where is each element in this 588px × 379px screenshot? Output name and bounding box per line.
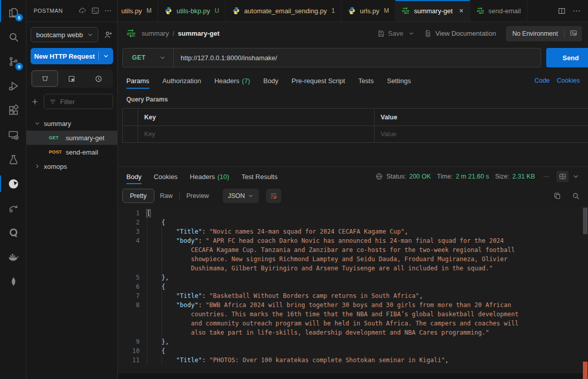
sidebar-request-send-email[interactable]: POSTsend-email: [26, 145, 117, 159]
editor-tab-send-email[interactable]: HTTPsend-email: [470, 0, 528, 21]
environments-tab-icon[interactable]: [59, 70, 85, 87]
editor-tab-summary-get[interactable]: HTTPsummary-get×: [395, 0, 470, 21]
close-tab-icon[interactable]: ×: [459, 7, 463, 14]
tab-count: (10): [218, 173, 229, 181]
save-options-chevron-icon[interactable]: [408, 30, 415, 37]
time-label: Time:: [437, 173, 453, 180]
run-debug-icon[interactable]: [0, 73, 26, 98]
request-tab-Params[interactable]: Params: [126, 70, 149, 91]
wrap-lines-button[interactable]: [266, 189, 281, 203]
folder-label: xomops: [44, 163, 67, 170]
editor-tab-urls.py[interactable]: urls.pyM: [341, 0, 395, 21]
request-tab-Body[interactable]: Body: [263, 70, 279, 91]
workspace-select[interactable]: bootcamp webb: [31, 27, 98, 42]
response-panel-layout-icon[interactable]: [556, 171, 569, 182]
q-extension-icon[interactable]: [0, 220, 26, 245]
filter-input[interactable]: [60, 98, 101, 106]
response-tab-Body[interactable]: Body: [126, 167, 142, 186]
view-mode-preview[interactable]: Preview: [181, 189, 215, 203]
save-button[interactable]: Save: [377, 30, 404, 38]
size-label: Size:: [495, 173, 510, 180]
search-icon[interactable]: [0, 24, 26, 49]
line-content: "body": " APR FC head coach Darko Novic …: [147, 236, 527, 273]
request-tab-Pre-request Script[interactable]: Pre-request Script: [291, 70, 345, 91]
remote-explorer-icon[interactable]: [0, 122, 26, 147]
search-response-icon[interactable]: [572, 192, 580, 200]
document-icon: [424, 30, 432, 37]
environment-label: No Environment: [506, 30, 564, 37]
request-tab-Headers[interactable]: Headers(7): [215, 70, 250, 91]
editor-tab-automate_email_sending.py[interactable]: automate_email_sending.py1: [226, 0, 341, 21]
query-params-empty-row: Key Value: [123, 125, 588, 142]
code-line-8: 8 "body": "BWB Africa 2024 will bring to…: [122, 300, 588, 337]
tab-label: Test Results: [242, 173, 278, 181]
breadcrumb-request-name[interactable]: summary-get: [178, 30, 220, 37]
copy-response-icon[interactable]: [553, 192, 562, 200]
url-input[interactable]: http://127.0.0.1:8000/inshamake/: [174, 54, 541, 62]
line-number: 6: [122, 282, 140, 291]
send-button[interactable]: Send: [546, 48, 588, 67]
docker-icon[interactable]: [0, 245, 26, 269]
code-line-7: 7 "Title": "Basketball Without Borders c…: [122, 291, 588, 300]
more-options-icon[interactable]: [104, 7, 112, 15]
tab-label: Body: [263, 77, 279, 85]
response-actions-icon[interactable]: [542, 172, 550, 181]
new-http-request-button[interactable]: New HTTP Request: [31, 48, 113, 64]
line-content: {: [147, 282, 527, 291]
add-collection-icon[interactable]: [31, 97, 41, 106]
python-icon: [348, 7, 356, 15]
key-input[interactable]: Key: [138, 126, 375, 142]
request-tab-Authorization[interactable]: Authorization: [163, 70, 201, 91]
breadcrumb-folder[interactable]: summary: [142, 30, 169, 37]
sidebar-request-summary-get[interactable]: GETsummary-get: [26, 131, 117, 145]
response-body-editor[interactable]: 1[2 {3 "Title": "Novic names 24-man squa…: [118, 206, 588, 379]
mongodb-icon[interactable]: [0, 269, 26, 294]
code-link[interactable]: Code: [534, 77, 550, 84]
query-params-title: Query Params: [118, 91, 588, 107]
environment-selector[interactable]: No Environment: [506, 26, 582, 41]
view-documentation-button[interactable]: View Documentation: [424, 30, 496, 37]
request-tab-Settings[interactable]: Settings: [387, 70, 411, 91]
editor-tab-utils-bkp.py[interactable]: utils-bkp.pyU: [158, 0, 225, 21]
history-tab-icon[interactable]: [86, 70, 112, 87]
new-request-chevron-icon[interactable]: [99, 53, 113, 60]
globe-icon: [375, 172, 383, 181]
cloud-sync-icon[interactable]: [78, 7, 87, 15]
view-mode-switch: Pretty Raw Preview: [122, 189, 215, 203]
sidebar-folder-summary[interactable]: summary: [26, 116, 117, 131]
editor-more-actions-icon[interactable]: [572, 7, 581, 15]
response-scrollbar[interactable]: [583, 207, 587, 379]
collections-tab-icon[interactable]: [32, 70, 58, 87]
extensions-icon[interactable]: [0, 98, 26, 122]
sidebar-folder-xomops[interactable]: xomops: [26, 159, 117, 173]
view-mode-pretty[interactable]: Pretty: [122, 189, 154, 203]
curved-arrow-extension-icon[interactable]: [0, 196, 26, 220]
environment-quick-look-icon[interactable]: [565, 29, 582, 38]
filter-input-box[interactable]: [44, 94, 113, 109]
request-tab-Tests[interactable]: Tests: [358, 70, 373, 91]
response-tab-Test Results[interactable]: Test Results: [242, 167, 278, 186]
format-select[interactable]: JSON: [223, 189, 259, 203]
console-icon[interactable]: [91, 7, 99, 15]
response-tab-Cookies[interactable]: Cookies: [154, 167, 178, 186]
method-select[interactable]: GET: [123, 54, 173, 61]
invite-user-icon[interactable]: [103, 30, 113, 40]
activity-bar: 5 9: [0, 0, 26, 379]
editor-tab-utils.py[interactable]: utils.pyM: [118, 0, 158, 21]
value-input[interactable]: Value: [375, 126, 588, 142]
explorer-icon[interactable]: 5: [0, 0, 26, 24]
collapse-response-chevron-icon[interactable]: [572, 172, 580, 181]
tab-count: (7): [242, 77, 250, 85]
source-control-icon[interactable]: 9: [0, 49, 26, 73]
view-mode-raw[interactable]: Raw: [154, 189, 178, 203]
testing-beaker-icon[interactable]: [0, 147, 26, 171]
tab-label: Headers: [190, 173, 215, 181]
cookies-link[interactable]: Cookies: [557, 77, 580, 84]
response-tab-Headers[interactable]: Headers(10): [190, 167, 229, 186]
postman-icon[interactable]: [0, 171, 26, 196]
chevron-down-icon: [34, 120, 41, 127]
scrollbar-thumb[interactable]: [583, 208, 587, 234]
split-editor-icon[interactable]: [557, 7, 566, 15]
sidebar-view-switch: [31, 69, 113, 88]
horizontal-scrollbar-track[interactable]: [118, 373, 583, 379]
